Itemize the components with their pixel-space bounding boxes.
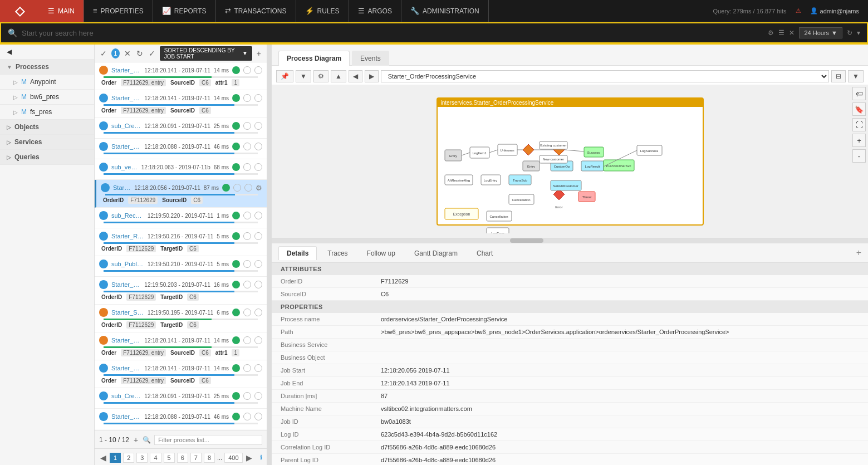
- nav-item-administration[interactable]: 🔧 ADMINISTRATION: [401, 0, 489, 22]
- list-item[interactable]: Starter_ReceiveOrder_DWH12:18:20.141 - 2…: [95, 332, 267, 360]
- sidebar-item-anypoint[interactable]: ▷ M Anypoint: [0, 75, 94, 90]
- list-item[interactable]: sub_Publish_OrderConfirmatio12:19:50.210…: [95, 256, 267, 277]
- pagination-next-icon[interactable]: ▶: [245, 452, 253, 463]
- user-avatar-icon: 👤: [810, 7, 818, 14]
- diagram-scrollbar-thumb[interactable]: [510, 238, 543, 243]
- prop-key: Business Service: [272, 339, 372, 351]
- sidebar-item-fspres[interactable]: ▷ M fs_pres: [0, 105, 94, 120]
- sidebar-item-services[interactable]: ▷ Services: [0, 135, 94, 150]
- list-scroll-handle[interactable]: [267, 45, 272, 465]
- diagram-zoom-out-icon[interactable]: -: [852, 149, 866, 163]
- list-item[interactable]: Starter_ReceiveOrder_DWH12:18:20.141 - 2…: [95, 62, 267, 90]
- refresh-icon[interactable]: ↻: [847, 29, 852, 37]
- list-item[interactable]: Starter_OrderProcessingService12:18:20.0…: [95, 180, 267, 208]
- tab-events[interactable]: Events: [352, 51, 389, 66]
- list-item[interactable]: Starter_SAP_SendOrderConfir12:19:50.195 …: [95, 305, 267, 332]
- sidebar-label-processes: Processes: [16, 63, 49, 71]
- list-item[interactable]: Starter_CreditCheckService12:18:20.088 -…: [95, 139, 267, 159]
- list-item[interactable]: Starter_ReceiveOrder_SAP12:18:20.141 - 2…: [95, 360, 267, 388]
- nav-item-transactions[interactable]: ⇄ TRANSACTIONS: [216, 0, 296, 22]
- tag-value: C6: [199, 107, 211, 114]
- nav-item-reports[interactable]: 📈 REPORTS: [153, 0, 216, 22]
- pagination-prev-icon[interactable]: ◀: [99, 452, 107, 463]
- page-btn-1[interactable]: 1: [110, 453, 121, 463]
- page-btn-3[interactable]: 3: [136, 453, 148, 463]
- diagram-settings-icon[interactable]: ⚙: [313, 70, 328, 82]
- diagram-fullscreen-icon[interactable]: ⛶: [852, 118, 866, 131]
- info-icon[interactable]: ℹ: [260, 454, 262, 461]
- page-btn-4[interactable]: 4: [150, 453, 161, 463]
- tab-traces[interactable]: Traces: [319, 246, 356, 260]
- toolbar-check-icon[interactable]: ✓: [148, 48, 156, 59]
- sidebar-item-queries[interactable]: ▷ Queries: [0, 150, 94, 165]
- tab-chart[interactable]: Chart: [468, 246, 501, 260]
- list-item[interactable]: Starter_ReceiveOrderConfirma12:19:50.216…: [95, 228, 267, 256]
- list-item[interactable]: sub_ReceiveOrderConfirmatio12:19:50.220 …: [95, 208, 267, 228]
- diagram-collapse-icon[interactable]: ⊟: [831, 70, 846, 82]
- progress-bar: [104, 76, 258, 78]
- process-item-name: sub_ReceiveOrderConfirmatio: [111, 212, 144, 219]
- sort-badge[interactable]: SORTED DESCENDING BY JOB START ▼: [160, 46, 252, 61]
- item-settings-icon[interactable]: ⚙: [256, 184, 262, 192]
- diagram-zoom-in-icon[interactable]: +: [852, 134, 866, 147]
- search-list-icon[interactable]: ☰: [778, 29, 784, 37]
- list-item[interactable]: Starter_OrderConfirmationSer12:19:50.203…: [95, 277, 267, 305]
- page-btn-6[interactable]: 6: [177, 453, 188, 463]
- diagram-prev-icon[interactable]: ◀: [349, 70, 362, 82]
- filter-input[interactable]: [154, 435, 262, 445]
- diagram-tag-icon[interactable]: 🏷: [852, 87, 866, 100]
- process-item-time: 12:18:20.088 - 2019-07-11: [144, 144, 210, 150]
- page-btn-2[interactable]: 2: [123, 453, 134, 463]
- expand-bottom-icon[interactable]: +: [856, 248, 861, 258]
- nav-label-argos: ARGOS: [368, 7, 392, 15]
- tab-follow-up[interactable]: Follow up: [359, 246, 404, 260]
- expand-icon[interactable]: ▾: [857, 29, 860, 37]
- toolbar-close-icon[interactable]: ✕: [123, 48, 132, 59]
- toolbar-prev-icon[interactable]: 1: [111, 48, 120, 58]
- diagram-scrollbar[interactable]: [272, 238, 868, 243]
- time-selector[interactable]: 24 Hours ▼: [799, 27, 842, 38]
- alert-icon[interactable]: ⚠: [796, 7, 801, 14]
- tab-details[interactable]: Details: [278, 246, 317, 260]
- process-item-duration: 14 ms: [214, 95, 229, 101]
- search-settings-icon[interactable]: ⚙: [768, 29, 774, 37]
- sidebar-nav-prev[interactable]: ◀: [0, 45, 94, 60]
- process-item-name: Starter_ReceiveOrder_SAP: [111, 95, 141, 101]
- process-item-icon: [99, 121, 108, 130]
- list-item[interactable]: sub_verify_creditworthiness_of_12:18:20.…: [95, 159, 267, 180]
- nav-item-properties[interactable]: ≡ PROPERTIES: [84, 0, 153, 22]
- diagram-pin-icon[interactable]: 📌: [276, 70, 293, 82]
- diagram-next-icon[interactable]: ▶: [365, 70, 379, 82]
- page-btn-5[interactable]: 5: [164, 453, 175, 463]
- diagram-expand-selector-icon[interactable]: ▼: [848, 70, 864, 82]
- tab-gantt[interactable]: Gantt Diagram: [406, 246, 466, 260]
- list-item[interactable]: sub_CreditCheck_Salesforce12:18:20.091 -…: [95, 388, 267, 409]
- diagram-bookmark-icon[interactable]: 🔖: [852, 102, 866, 116]
- filter-add-icon[interactable]: +: [133, 434, 139, 446]
- nav-item-argos[interactable]: ☰ ARGOS: [349, 0, 401, 22]
- tab-process-diagram[interactable]: Process Diagram: [278, 51, 350, 66]
- nav-item-rules[interactable]: ⚡ RULES: [296, 0, 349, 22]
- logo[interactable]: ◇: [0, 0, 39, 22]
- list-item[interactable]: Starter_ReceiveOrder_SAP12:18:20.141 - 2…: [95, 90, 267, 118]
- search-controls: ⚙ ☰ ✕ 24 Hours ▼ ↻ ▾: [768, 27, 860, 38]
- nav-label-reports: REPORTS: [174, 7, 207, 15]
- diagram-up-icon[interactable]: ▲: [331, 70, 346, 82]
- toolbar-refresh-icon[interactable]: ↻: [135, 48, 144, 59]
- list-item[interactable]: Starter_CreditCheckService12:18:20.088 -…: [95, 409, 267, 429]
- search-close-icon[interactable]: ✕: [789, 29, 795, 37]
- page-btn-400[interactable]: 400: [224, 453, 242, 463]
- page-btn-8[interactable]: 8: [204, 453, 215, 463]
- list-item[interactable]: sub_CreditCheck_Salesforce12:18:20.091 -…: [95, 118, 267, 139]
- toolbar-add-icon[interactable]: +: [256, 48, 262, 59]
- sidebar-item-processes[interactable]: ▼ Processes: [0, 60, 94, 75]
- sidebar-item-objects[interactable]: ▷ Objects: [0, 120, 94, 135]
- search-input[interactable]: [22, 29, 763, 37]
- progress-bar: [104, 374, 258, 376]
- page-btn-7[interactable]: 7: [190, 453, 202, 463]
- toolbar-check-all-icon[interactable]: ✓: [99, 48, 108, 59]
- diagram-down-icon[interactable]: ▼: [296, 70, 311, 82]
- diagram-selector[interactable]: Starter_OrderProcessingService: [381, 70, 829, 82]
- nav-item-main[interactable]: ☰ MAIN: [39, 0, 84, 22]
- sidebar-item-bw6pres[interactable]: ▷ M bw6_pres: [0, 90, 94, 105]
